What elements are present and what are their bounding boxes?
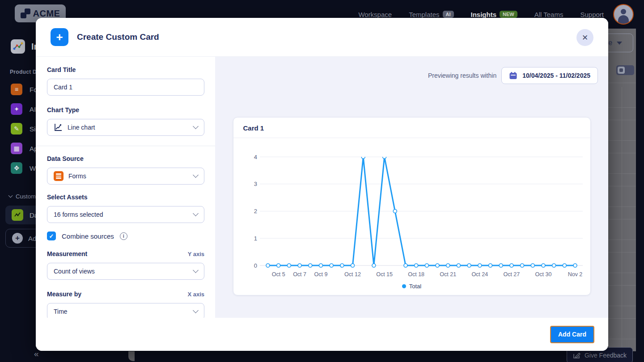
data-source-label: Data Source xyxy=(47,155,204,162)
svg-text:0: 0 xyxy=(254,262,257,269)
svg-text:Oct 30: Oct 30 xyxy=(535,271,551,278)
nav-item-all-teams[interactable]: All Teams xyxy=(534,11,564,18)
create-custom-card-modal: + Create Custom Card ✕ Card Title Chart … xyxy=(36,18,608,351)
y-axis-tag: Y axis xyxy=(188,251,204,257)
background-content-strip xyxy=(608,29,636,351)
dashboard-icon xyxy=(12,209,23,221)
measurement-label: Measurement xyxy=(47,250,87,257)
combine-sources-row: ✓ Combine sources i xyxy=(47,232,204,240)
apps-icon: ▦ xyxy=(11,143,22,154)
line-chart: 01234Oct 5Oct 7Oct 9Oct 12Oct 15Oct 18Oc… xyxy=(233,138,590,282)
legend-dot-icon xyxy=(402,284,406,288)
chart-legend: Total xyxy=(233,282,590,295)
table-row xyxy=(608,240,636,253)
table-row xyxy=(608,186,636,207)
chart-preview-card: Card 1 01234Oct 5Oct 7Oct 9Oct 12Oct 15O… xyxy=(233,117,591,295)
table-row xyxy=(608,273,636,286)
svg-text:Oct 24: Oct 24 xyxy=(471,271,488,278)
svg-text:Oct 7: Oct 7 xyxy=(293,271,306,278)
table-row xyxy=(608,108,636,120)
modal-title: Create Custom Card xyxy=(77,32,159,42)
svg-text:Oct 27: Oct 27 xyxy=(503,271,520,278)
chevron-down-icon xyxy=(193,267,199,273)
card-title-input[interactable] xyxy=(47,79,204,96)
feedback-pencil-icon xyxy=(573,352,580,359)
modal-body: Card Title Chart Type Line chart Data So… xyxy=(36,57,608,318)
select-assets-value: 16 forms selected xyxy=(54,211,189,218)
table-row xyxy=(608,219,636,240)
chart-type-value: Line chart xyxy=(68,124,189,131)
svg-text:Oct 5: Oct 5 xyxy=(271,271,285,278)
background-table-rows xyxy=(608,87,636,351)
combine-sources-checkbox[interactable]: ✓ xyxy=(47,232,56,240)
x-axis-tag: X axis xyxy=(187,291,204,298)
select-assets-select[interactable]: 16 forms selected xyxy=(47,206,204,223)
svg-text:4: 4 xyxy=(254,154,257,160)
line-chart-icon xyxy=(54,123,63,132)
chevron-down-icon xyxy=(193,123,199,129)
chevron-down-icon xyxy=(8,194,13,198)
nav-item-insights[interactable]: InsightsNEW xyxy=(471,11,517,18)
table-row xyxy=(608,141,636,153)
measurement-select[interactable]: Count of views xyxy=(47,263,204,280)
info-icon[interactable]: i xyxy=(120,232,127,240)
table-row xyxy=(608,120,636,141)
card-config-form: Card Title Chart Type Line chart Data So… xyxy=(36,57,215,318)
avatar-person-icon xyxy=(621,9,626,14)
ai-icon: ✦ xyxy=(11,103,22,115)
chevron-down-icon xyxy=(193,210,199,216)
new-badge: NEW xyxy=(500,11,517,18)
calendar-icon xyxy=(509,72,517,80)
measure-by-label: Measure by xyxy=(47,290,81,298)
table-row xyxy=(608,286,636,306)
nav-item-workspace[interactable]: Workspace xyxy=(358,11,392,18)
table-row xyxy=(608,306,636,319)
caret-down-icon xyxy=(617,42,622,45)
forms-icon xyxy=(54,171,64,181)
svg-text:Oct 15: Oct 15 xyxy=(376,271,393,278)
table-row xyxy=(608,253,636,273)
sidebar-custom-label: Custom xyxy=(16,193,36,200)
date-range-picker[interactable]: 10/04/2025 - 11/02/2025 xyxy=(501,67,598,84)
section-divider xyxy=(36,146,215,146)
data-source-select[interactable]: Forms xyxy=(47,168,204,185)
preview-label: Previewing results within xyxy=(428,72,496,79)
table-row xyxy=(608,153,636,174)
insights-product-icon xyxy=(11,39,25,54)
table-row xyxy=(608,174,636,186)
measurement-value: Count of views xyxy=(54,268,189,275)
table-row xyxy=(608,87,636,108)
table-row xyxy=(608,319,636,339)
svg-text:2: 2 xyxy=(254,208,257,215)
measure-by-value: Time xyxy=(54,308,189,315)
chart-type-label: Chart Type xyxy=(47,106,204,114)
nav-item-support[interactable]: Support xyxy=(580,11,604,18)
ai-badge: AI xyxy=(443,11,454,18)
give-feedback-label: Give Feedback xyxy=(585,352,627,359)
sign-icon: ✎ xyxy=(11,123,22,135)
background-toggle-switch[interactable] xyxy=(616,65,634,75)
chart-card-title: Card 1 xyxy=(233,118,590,138)
preview-panel: Previewing results within 10/04/2025 - 1… xyxy=(215,57,608,318)
chart-type-select[interactable]: Line chart xyxy=(47,119,204,136)
plus-icon: + xyxy=(12,233,23,244)
forms-icon: ≡ xyxy=(11,84,22,95)
sidebar-collapse-button[interactable]: « xyxy=(34,349,38,359)
svg-text:Oct 18: Oct 18 xyxy=(408,271,424,278)
user-avatar[interactable] xyxy=(613,4,634,25)
svg-text:Oct 12: Oct 12 xyxy=(344,271,361,278)
close-icon[interactable]: ✕ xyxy=(576,29,593,46)
create-card-icon: + xyxy=(51,28,68,46)
svg-text:Oct 21: Oct 21 xyxy=(440,271,456,278)
select-assets-label: Select Assets xyxy=(47,194,204,201)
chevron-down-icon xyxy=(193,172,199,178)
data-source-value: Forms xyxy=(68,173,189,180)
workflows-icon: ✥ xyxy=(11,162,22,174)
brand-name: ACME xyxy=(33,8,60,19)
nav-item-templates[interactable]: TemplatesAI xyxy=(409,11,453,18)
svg-text:3: 3 xyxy=(254,181,257,187)
chevron-down-icon xyxy=(193,307,199,313)
card-title-label: Card Title xyxy=(47,66,204,73)
modal-footer: Add Card xyxy=(36,318,608,351)
add-card-button[interactable]: Add Card xyxy=(550,326,594,343)
